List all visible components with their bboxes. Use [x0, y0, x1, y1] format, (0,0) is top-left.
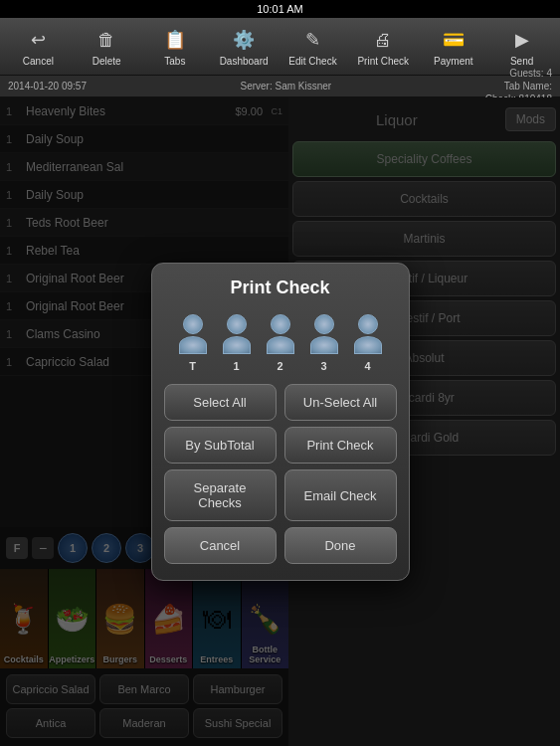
- tabs-button[interactable]: 📋 Tabs: [149, 22, 201, 71]
- delete-icon: 🗑: [93, 26, 120, 54]
- avatar-head-t: [183, 314, 203, 334]
- avatar-1[interactable]: 1: [219, 314, 255, 372]
- status-bar: 10:01 AM: [0, 0, 560, 18]
- modal-overlay: Print Check T 1: [0, 97, 560, 746]
- avatar-label-2: 2: [277, 360, 282, 372]
- avatar-3[interactable]: 3: [306, 314, 342, 372]
- avatar-body-t: [179, 336, 207, 354]
- print-check-button[interactable]: 🖨 Print Check: [355, 22, 411, 71]
- send-button[interactable]: ▶ Send: [496, 22, 548, 71]
- avatar-figure-2: [263, 314, 298, 358]
- avatar-figure-1: [219, 314, 255, 358]
- modal-row-4: Cancel Done: [164, 527, 397, 564]
- main-content: 1 Heavenly Bites $9.00 C1 1 Daily Soup 1…: [0, 97, 560, 746]
- cancel-button[interactable]: ↩ Cancel: [12, 22, 64, 71]
- avatar-t[interactable]: T: [175, 314, 211, 372]
- avatar-head-2: [271, 314, 290, 334]
- modal-cancel-button[interactable]: Cancel: [164, 527, 277, 564]
- avatar-body-2: [267, 336, 294, 354]
- print-check-modal-button[interactable]: Print Check: [284, 427, 397, 464]
- avatar-figure-3: [306, 314, 342, 358]
- avatar-body-3: [310, 336, 338, 354]
- edit-check-button[interactable]: ✎ Edit Check: [286, 22, 338, 71]
- toolbar: ↩ Cancel 🗑 Delete 📋 Tabs ⚙️ Dashboard ✎ …: [0, 18, 560, 76]
- avatar-label-3: 3: [320, 360, 326, 372]
- modal-done-button[interactable]: Done: [284, 527, 397, 564]
- payment-icon: 💳: [440, 26, 467, 54]
- status-time: 10:01 AM: [257, 3, 302, 15]
- avatar-label-4: 4: [364, 360, 370, 372]
- avatar-2[interactable]: 2: [263, 314, 298, 372]
- modal-row-2: By SubTotal Print Check: [164, 427, 397, 464]
- separate-checks-button[interactable]: Separate Checks: [164, 469, 277, 521]
- unselect-all-button[interactable]: Un-Select All: [284, 384, 397, 421]
- guests-label: Guests: 4: [485, 67, 552, 80]
- avatar-body-4: [354, 336, 382, 354]
- avatar-body-1: [223, 336, 251, 354]
- print-check-modal: Print Check T 1: [151, 263, 410, 581]
- avatar-head-4: [358, 314, 378, 334]
- tabs-icon: 📋: [161, 26, 189, 54]
- info-bar: 2014-01-20 09:57 Server: Sam Kissner Gue…: [0, 76, 560, 97]
- datetime-label: 2014-01-20 09:57: [8, 81, 87, 92]
- modal-row-1: Select All Un-Select All: [164, 384, 397, 421]
- edit-check-icon: ✎: [298, 26, 326, 54]
- modal-buttons: Select All Un-Select All By SubTotal Pri…: [152, 384, 409, 564]
- modal-row-3: Separate Checks Email Check: [164, 469, 397, 521]
- send-icon: ▶: [508, 26, 536, 54]
- avatar-figure-4: [350, 314, 386, 358]
- avatar-4[interactable]: 4: [350, 314, 386, 372]
- modal-title: Print Check: [152, 264, 409, 306]
- dashboard-button[interactable]: ⚙️ Dashboard: [218, 22, 271, 71]
- server-label: Server: Sam Kissner: [240, 81, 331, 92]
- print-check-icon: 🖨: [369, 26, 397, 54]
- avatar-head-3: [314, 314, 334, 334]
- by-subtotal-button[interactable]: By SubTotal: [164, 427, 277, 464]
- avatar-label-t: T: [189, 360, 196, 372]
- cancel-icon: ↩: [24, 26, 52, 54]
- modal-avatars: T 1 2: [152, 306, 409, 384]
- dashboard-icon: ⚙️: [230, 26, 258, 54]
- avatar-head-1: [227, 314, 247, 334]
- avatar-label-1: 1: [233, 360, 239, 372]
- payment-button[interactable]: 💳 Payment: [428, 22, 479, 71]
- tab-name-label: Tab Name:: [485, 80, 552, 93]
- delete-button[interactable]: 🗑 Delete: [81, 22, 132, 71]
- avatar-figure-t: [175, 314, 211, 358]
- email-check-button[interactable]: Email Check: [284, 469, 397, 521]
- select-all-button[interactable]: Select All: [164, 384, 277, 421]
